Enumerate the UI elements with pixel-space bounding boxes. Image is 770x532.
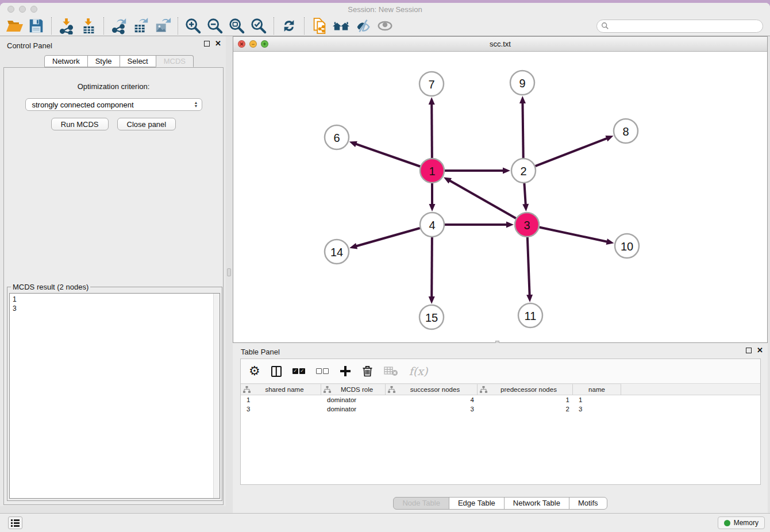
delete-table-icon bbox=[384, 365, 398, 377]
graph-edge[interactable] bbox=[536, 138, 608, 166]
zoom-fit-button[interactable] bbox=[226, 17, 248, 35]
graph-edge[interactable] bbox=[432, 237, 432, 298]
tab-network-table[interactable]: Network Table bbox=[504, 497, 569, 510]
column-header-predecessor-nodes[interactable]: predecessor nodes bbox=[478, 384, 573, 395]
optimization-dropdown[interactable]: strongly connected component ▲▼ bbox=[25, 98, 202, 111]
table-cell[interactable]: 2 bbox=[478, 404, 573, 414]
table-row[interactable]: 3dominator323 bbox=[241, 404, 760, 414]
close-panel-icon[interactable]: ✕ bbox=[215, 41, 221, 47]
table-cell[interactable]: dominator bbox=[321, 404, 386, 414]
tab-edge-table[interactable]: Edge Table bbox=[449, 497, 505, 510]
network-minimize-icon[interactable]: − bbox=[249, 40, 257, 48]
graph-node-14[interactable]: 14 bbox=[325, 240, 349, 264]
graph-edge[interactable] bbox=[528, 237, 530, 296]
home-layout-button[interactable] bbox=[330, 17, 352, 35]
table-row[interactable]: 1dominator411 bbox=[241, 395, 760, 404]
graph-node-10[interactable]: 10 bbox=[615, 234, 639, 258]
zoom-window-icon[interactable] bbox=[30, 6, 37, 13]
float-panel-icon[interactable] bbox=[204, 41, 210, 47]
run-mcds-button[interactable]: Run MCDS bbox=[51, 118, 109, 130]
delete-column-button[interactable] bbox=[362, 365, 373, 377]
table-cell[interactable]: 1 bbox=[241, 395, 321, 404]
table-settings-button[interactable]: ⚙ bbox=[249, 365, 260, 377]
tab-style[interactable]: Style bbox=[87, 55, 120, 67]
zoom-in-button[interactable] bbox=[182, 17, 204, 35]
graph-edge[interactable] bbox=[356, 228, 420, 246]
zoom-out-button[interactable] bbox=[204, 17, 226, 35]
save-session-button[interactable] bbox=[25, 17, 47, 35]
select-all-button[interactable]: ✓✓ bbox=[292, 368, 305, 374]
export-network-button[interactable] bbox=[108, 17, 130, 35]
graph-node-8[interactable]: 8 bbox=[614, 119, 638, 143]
graph-edge[interactable] bbox=[524, 183, 525, 205]
tree-icon bbox=[324, 386, 331, 393]
network-window-titlebar[interactable]: ✕ − + scc.txt bbox=[233, 37, 767, 52]
table-cell[interactable]: 3 bbox=[573, 404, 621, 414]
show-columns-button[interactable] bbox=[271, 366, 282, 377]
table-cell[interactable]: 3 bbox=[386, 404, 478, 414]
graph-edge[interactable] bbox=[449, 180, 516, 218]
column-header-name[interactable]: name bbox=[573, 384, 621, 395]
show-panels-button[interactable] bbox=[8, 516, 22, 529]
graph-node-2[interactable]: 2 bbox=[511, 159, 536, 183]
table-cell[interactable]: 3 bbox=[241, 404, 321, 414]
memory-button[interactable]: Memory bbox=[718, 516, 765, 529]
toggle-visibility-button[interactable] bbox=[374, 17, 396, 35]
graph-edge-arrowhead bbox=[349, 243, 357, 249]
tab-network[interactable]: Network bbox=[44, 55, 88, 67]
table-cell[interactable]: 4 bbox=[386, 395, 478, 404]
graph-edge[interactable] bbox=[522, 102, 523, 158]
graph-node-9[interactable]: 9 bbox=[510, 71, 534, 95]
graph-edge[interactable] bbox=[540, 228, 608, 242]
graph-node-6[interactable]: 6 bbox=[325, 125, 349, 149]
graph-node-11[interactable]: 11 bbox=[518, 303, 542, 327]
panel-divider[interactable] bbox=[226, 36, 233, 513]
add-column-button[interactable] bbox=[340, 365, 351, 377]
tab-mcds[interactable]: MCDS bbox=[156, 55, 194, 67]
divider-handle-icon[interactable] bbox=[227, 268, 231, 276]
deselect-all-button[interactable] bbox=[316, 368, 329, 374]
export-table-button[interactable] bbox=[130, 17, 152, 35]
table-cell[interactable]: 1 bbox=[573, 395, 621, 404]
open-folder-icon bbox=[5, 17, 24, 35]
graph-node-7[interactable]: 7 bbox=[419, 72, 444, 96]
table-cell[interactable]: dominator bbox=[321, 395, 386, 404]
table-cell[interactable]: 1 bbox=[478, 395, 573, 404]
network-graph-canvas[interactable]: 1234678910111415 bbox=[233, 52, 767, 342]
network-maximize-icon[interactable]: + bbox=[261, 40, 268, 48]
graph-node-15[interactable]: 15 bbox=[419, 305, 444, 329]
export-network-icon bbox=[110, 17, 128, 34]
checked-box-icon: ✓ bbox=[299, 368, 305, 374]
column-header-successor-nodes[interactable]: successor nodes bbox=[386, 384, 478, 395]
graph-node-4[interactable]: 4 bbox=[420, 213, 444, 237]
column-header-shared-name[interactable]: shared name bbox=[241, 384, 321, 395]
tab-motifs[interactable]: Motifs bbox=[569, 497, 607, 510]
search-box[interactable] bbox=[596, 20, 763, 33]
tab-node-table[interactable]: Node Table bbox=[393, 497, 449, 510]
mcds-result-text[interactable]: 13 bbox=[9, 293, 220, 499]
duplicate-network-button[interactable] bbox=[309, 17, 330, 35]
close-window-icon[interactable] bbox=[7, 6, 14, 13]
close-panel-button[interactable]: Close panel bbox=[117, 118, 176, 130]
tab-select[interactable]: Select bbox=[120, 55, 156, 67]
network-close-icon[interactable]: ✕ bbox=[238, 40, 245, 48]
graph-edge[interactable] bbox=[432, 103, 432, 158]
search-input[interactable] bbox=[609, 22, 759, 30]
column-header-mcds-role[interactable]: MCDS role bbox=[321, 384, 386, 395]
mcds-panel: Optimization criterion: strongly connect… bbox=[3, 67, 224, 505]
apply-layout-button[interactable] bbox=[278, 17, 300, 35]
import-table-button[interactable] bbox=[78, 17, 99, 35]
import-network-button[interactable] bbox=[56, 17, 78, 35]
open-session-button[interactable] bbox=[3, 17, 25, 35]
result-scrollbar[interactable] bbox=[213, 294, 220, 498]
graph-node-3[interactable]: 3 bbox=[515, 213, 539, 237]
graph-edge[interactable] bbox=[355, 144, 420, 167]
minimize-window-icon[interactable] bbox=[19, 6, 26, 13]
zoom-selected-button[interactable] bbox=[248, 17, 270, 35]
graph-node-1[interactable]: 1 bbox=[420, 159, 444, 183]
toggle-graphics-details-button[interactable] bbox=[352, 17, 374, 35]
eye-icon bbox=[376, 17, 394, 34]
export-image-button[interactable] bbox=[152, 17, 174, 35]
float-table-panel-icon[interactable] bbox=[746, 348, 752, 353]
close-table-panel-icon[interactable]: ✕ bbox=[757, 348, 763, 353]
